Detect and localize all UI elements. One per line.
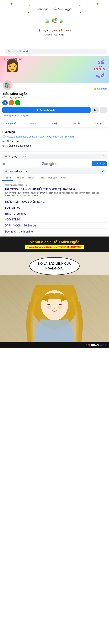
google-result-4-title[interactable]: Truyện gì cũng có [2, 212, 107, 216]
speech-bubble: NÓ LÀ SẮC LỆNH CỦA HOÀNG GIA. [29, 257, 80, 275]
dich-name: Dịch truyện : Mirfca [51, 29, 71, 32]
manga-panel-container: NÓ LÀ SẮC LỆNH CỦA HOÀNG GIA. [0, 252, 109, 342]
fb-follow-button[interactable]: ▶ Đang theo dõi [2, 107, 90, 113]
fb-more-button[interactable]: ··· [100, 107, 107, 113]
google-search-query: truyengihotne.com [9, 170, 100, 172]
google-result-3[interactable]: BL/Bách hợp [2, 205, 107, 211]
fb-icon-buttons-row: 💬 🛒 ✓ [2, 100, 107, 106]
svg-point-2 [47, 306, 51, 308]
manga-character-svg [13, 285, 96, 342]
watermark-max: MAX [100, 344, 106, 346]
fanpage-label: Fanpage : Tiểu Miêu Ngốc [37, 8, 72, 11]
dich-prefix: Dịch truyện : [38, 29, 51, 32]
dich-truyen-label: Dịch truyện : Dịch truyện : Mirfca [38, 28, 71, 32]
fb-tab-home[interactable]: Trang chủ [0, 120, 22, 127]
google-result-6-title[interactable]: DARK MOON - Tế Đàn Ánh ... [2, 223, 107, 228]
microphone-icon[interactable]: 🎤 [101, 170, 104, 172]
google-tab-news[interactable]: Tin tức [26, 175, 37, 181]
fb-icon-chat[interactable]: 💬 [2, 100, 8, 106]
fb-intro-shop-text: Cửa hàng truyện tranh [7, 144, 31, 147]
fb-intro-title: Giới thiệu [2, 130, 107, 134]
google-result-1-title[interactable]: TRUYENGIHOT ← CHAP TIẾP THEO XEM TẠI ĐÂY… [2, 187, 107, 191]
google-search-icon: 🔍 [5, 170, 8, 172]
truyen-web-notice: Truyện được đăng tải tại web TRUYENGIHOT… [25, 245, 84, 249]
section-spacer-1 [0, 39, 109, 44]
follow-icon: ▶ [37, 108, 39, 112]
fb-page-name: Tiểu Miêu Ngốc [2, 92, 107, 96]
browser-address-bar[interactable]: AA 🔒 google.com.vn ↻ [2, 154, 107, 159]
fb-intro-link-text[interactable]: https://truyengihotne.com/danh-sach-truy… [7, 135, 74, 138]
fb-liked-badge[interactable]: 👍 Đã thích [93, 86, 107, 90]
watermark-truyen: Truyện [90, 344, 100, 346]
google-filter-tabs: Tất cả Hình ảnh Tin tức Video Mua sắm Sá… [2, 175, 107, 181]
google-result-1[interactable]: TRUYENGIHOT ← CHAP TIẾP THEO XEM TẠI ĐÂY… [2, 187, 107, 199]
google-result-6[interactable]: DARK MOON - Tế Đàn Ánh ... [2, 223, 107, 229]
google-result-7[interactable]: Đọc truyện tranh online [2, 229, 107, 235]
fb-tab-posts[interactable]: Bài viết [65, 120, 87, 127]
google-result-7-title[interactable]: Đọc truyện tranh online [2, 229, 107, 234]
fb-message-button[interactable]: ✉ [92, 107, 99, 113]
fb-page-avatar: 🛍️ [2, 80, 13, 90]
fb-tab-reviews[interactable]: Đánh giá [87, 120, 109, 127]
google-tab-all[interactable]: Tất cả [2, 175, 13, 181]
google-result-3-title[interactable]: BL/Bách hợp [2, 206, 107, 210]
fb-icon-store[interactable]: 🛒 [9, 100, 14, 106]
hamburger-menu-icon[interactable]: ☰ [2, 162, 5, 166]
fanpage-header: ✦ Fanpage : Tiểu Miêu Ngốc ✦ [0, 0, 109, 17]
google-result-2[interactable]: Thể loại 18+ - Đọc truyện tranh ... [2, 199, 107, 205]
speech-bubble-text: NÓ LÀ SẮC LỆNH CỦA HOÀNG GIA. [38, 262, 71, 270]
font-size-indicator: AA [4, 155, 7, 158]
google-tab-shopping[interactable]: Mua sắm [46, 175, 59, 181]
editor-label: Editor : ThuyTrangg [38, 32, 71, 37]
search-icon: 🔍 [8, 50, 10, 53]
message-icon: ✉ [94, 108, 96, 112]
google-search-row[interactable]: 🔍 truyengihotne.com 🎤 [2, 168, 107, 174]
reload-icon[interactable]: ↻ [103, 155, 105, 158]
fb-tab-events[interactable]: Sự kiện [44, 120, 65, 127]
fb-intro-link-item: 🌐 https://truyengihotne.com/danh-sach-tr… [2, 135, 107, 138]
more-icon: ··· [102, 108, 104, 112]
fb-intro-message-item: ✉ Gửi tin nhắn [2, 140, 107, 143]
deco-corner-tr: ✦ [96, 2, 99, 6]
watermark-net: Net [85, 344, 90, 346]
google-logo: Google [41, 161, 56, 166]
globe-icon: 🌐 [2, 135, 6, 138]
truyen-web-notice-row: Truyện được đăng tải tại web TRUYENGIHOT… [3, 245, 106, 249]
google-result-2-title[interactable]: Thể loại 18+ - Đọc truyện tranh ... [2, 200, 107, 204]
deco-corner-tl: ✦ [10, 2, 13, 6]
google-tab-images[interactable]: Hình ảnh [13, 175, 26, 181]
manga-credits-section: Nhóm dịch : Tiểu Miêu Ngốc Truyện được đ… [0, 236, 109, 252]
fb-intro-message-text: Gửi tin nhắn [7, 140, 20, 142]
google-result-5[interactable]: NGÔN TÌNH [2, 217, 107, 223]
manga-character-illustration [0, 275, 109, 342]
google-login-button[interactable]: Đăng nhập [92, 162, 107, 166]
deco-ornament-1: 🍃🌿🍃 [0, 17, 109, 25]
fb-action-buttons: ▶ Đang theo dõi ✉ ··· [2, 107, 107, 113]
google-tab-books[interactable]: Sách [59, 175, 68, 181]
manga-panel-section: NÓ LÀ SẮC LỆNH CỦA HOÀNG GIA. [0, 252, 109, 342]
watermark-text: Net Truyện MAX [85, 344, 106, 346]
watermark-footer: Net Truyện MAX [0, 342, 109, 348]
nhom-dich-row: Nhóm dịch : Tiểu Miêu Ngốc [3, 240, 106, 244]
fb-cover-character: 👩 [5, 60, 20, 71]
fb-page-category: Cửa hàng truyện tranh [2, 96, 107, 99]
fb-header: ‹ 🔍 [0, 47, 109, 56]
fb-nav-tabs: Trang chủ Nhóm Sự kiện Bài viết Đánh giá [0, 120, 109, 127]
fb-tab-groups[interactable]: Nhóm [22, 120, 44, 127]
google-result-4[interactable]: Truyện gì cũng có [2, 211, 107, 217]
fb-search-input[interactable] [12, 50, 104, 53]
google-result-5-title[interactable]: NGÔN TÌNH [2, 218, 107, 222]
fb-cover-image: 🌸 tiểu miêu ngốc TRUYENGIHOTNE.NET 👩 [0, 56, 109, 83]
google-section: AA 🔒 google.com.vn ↻ ☰ Google Đăng nhập … [0, 152, 109, 236]
editor-text: Editor : ThuyTrangg [45, 34, 64, 36]
fb-avatar-row: 🛍️ 👍 Đã thích [2, 85, 107, 90]
google-tab-video[interactable]: Video [37, 175, 46, 181]
fb-cover-title: tiểu miêu ngốc [94, 58, 106, 78]
lock-icon: 🔒 [8, 155, 11, 158]
send-icon: ✉ [2, 140, 6, 143]
fb-icon-check[interactable]: ✓ [15, 100, 21, 106]
fb-back-button[interactable]: ‹ [2, 50, 4, 53]
facebook-section: ‹ 🔍 🌸 tiểu miêu ngốc TRUYENGIHOTNE.NET 👩 [0, 47, 109, 236]
follow-label: Đang theo dõi [39, 108, 56, 112]
fb-search-bar[interactable]: 🔍 [5, 49, 107, 54]
